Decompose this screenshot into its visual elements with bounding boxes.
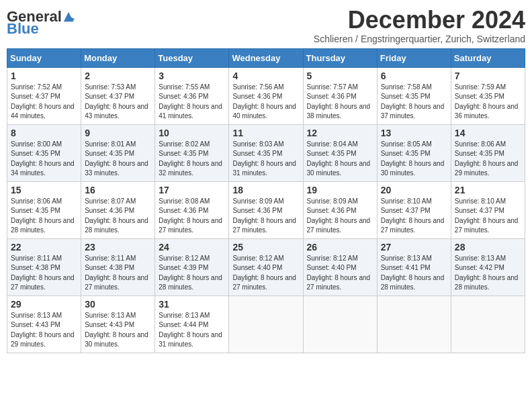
day-cell: 22Sunrise: 8:11 AMSunset: 4:38 PMDayligh… <box>7 238 81 295</box>
day-number: 5 <box>307 71 373 81</box>
day-info: Sunrise: 8:06 AMSunset: 4:35 PMDaylight:… <box>11 197 77 236</box>
day-number: 3 <box>159 71 225 81</box>
day-info: Sunrise: 8:13 AMSunset: 4:44 PMDaylight:… <box>159 311 225 350</box>
day-cell: 2Sunrise: 7:53 AMSunset: 4:37 PMDaylight… <box>81 67 155 124</box>
day-info: Sunrise: 8:04 AMSunset: 4:35 PMDaylight:… <box>307 140 373 179</box>
day-number: 27 <box>381 242 447 253</box>
day-info: Sunrise: 7:52 AMSunset: 4:37 PMDaylight:… <box>11 83 77 122</box>
day-cell: 16Sunrise: 8:07 AMSunset: 4:36 PMDayligh… <box>81 181 155 238</box>
day-number: 12 <box>307 128 373 138</box>
subtitle: Schlieren / Engstringerquartier, Zurich,… <box>314 34 525 44</box>
day-cell: 29Sunrise: 8:13 AMSunset: 4:43 PMDayligh… <box>7 295 81 353</box>
day-info: Sunrise: 8:09 AMSunset: 4:36 PMDaylight:… <box>307 197 373 236</box>
day-info: Sunrise: 8:06 AMSunset: 4:35 PMDaylight:… <box>455 140 521 179</box>
week-row-3: 15Sunrise: 8:06 AMSunset: 4:35 PMDayligh… <box>7 181 525 238</box>
day-cell: 1Sunrise: 7:52 AMSunset: 4:37 PMDaylight… <box>7 67 81 124</box>
day-cell <box>451 295 525 353</box>
day-number: 22 <box>11 242 77 253</box>
calendar-table: SundayMondayTuesdayWednesdayThursdayFrid… <box>7 48 525 353</box>
day-number: 21 <box>455 185 521 195</box>
day-cell: 19Sunrise: 8:09 AMSunset: 4:36 PMDayligh… <box>303 181 377 238</box>
day-info: Sunrise: 8:00 AMSunset: 4:35 PMDaylight:… <box>11 140 77 179</box>
day-info: Sunrise: 8:13 AMSunset: 4:42 PMDaylight:… <box>455 254 521 293</box>
weekday-header-thursday: Thursday <box>303 48 377 67</box>
day-number: 19 <box>307 185 373 195</box>
day-cell: 10Sunrise: 8:02 AMSunset: 4:35 PMDayligh… <box>155 124 229 181</box>
day-number: 31 <box>159 299 225 310</box>
weekday-header-sunday: Sunday <box>7 48 81 67</box>
day-cell: 9Sunrise: 8:01 AMSunset: 4:35 PMDaylight… <box>81 124 155 181</box>
day-number: 11 <box>232 128 299 138</box>
day-number: 20 <box>381 185 447 195</box>
logo-blue: Blue <box>7 21 39 36</box>
day-info: Sunrise: 8:07 AMSunset: 4:36 PMDaylight:… <box>85 197 151 236</box>
day-cell: 18Sunrise: 8:09 AMSunset: 4:36 PMDayligh… <box>229 181 303 238</box>
day-number: 14 <box>455 128 521 138</box>
week-row-4: 22Sunrise: 8:11 AMSunset: 4:38 PMDayligh… <box>7 238 525 295</box>
day-info: Sunrise: 7:56 AMSunset: 4:36 PMDaylight:… <box>232 83 299 122</box>
weekday-header-monday: Monday <box>81 48 155 67</box>
day-info: Sunrise: 8:10 AMSunset: 4:37 PMDaylight:… <box>381 197 447 236</box>
day-cell: 17Sunrise: 8:08 AMSunset: 4:36 PMDayligh… <box>155 181 229 238</box>
weekday-header-row: SundayMondayTuesdayWednesdayThursdayFrid… <box>7 48 525 67</box>
day-number: 17 <box>159 185 225 195</box>
day-cell: 5Sunrise: 7:57 AMSunset: 4:36 PMDaylight… <box>303 67 377 124</box>
day-cell: 11Sunrise: 8:03 AMSunset: 4:35 PMDayligh… <box>229 124 303 181</box>
day-cell <box>229 295 303 353</box>
day-cell: 14Sunrise: 8:06 AMSunset: 4:35 PMDayligh… <box>451 124 525 181</box>
day-cell: 30Sunrise: 8:13 AMSunset: 4:43 PMDayligh… <box>81 295 155 353</box>
title-block: December 2024 Schlieren / Engstringerqua… <box>314 7 525 44</box>
day-cell: 26Sunrise: 8:12 AMSunset: 4:40 PMDayligh… <box>303 238 377 295</box>
day-cell: 28Sunrise: 8:13 AMSunset: 4:42 PMDayligh… <box>451 238 525 295</box>
weekday-header-tuesday: Tuesday <box>155 48 229 67</box>
day-info: Sunrise: 8:12 AMSunset: 4:40 PMDaylight:… <box>307 254 373 293</box>
day-cell: 23Sunrise: 8:11 AMSunset: 4:38 PMDayligh… <box>81 238 155 295</box>
day-number: 29 <box>11 299 77 310</box>
day-number: 6 <box>381 71 447 81</box>
weekday-header-wednesday: Wednesday <box>229 48 303 67</box>
weekday-header-saturday: Saturday <box>451 48 525 67</box>
day-number: 15 <box>11 185 77 195</box>
day-number: 18 <box>232 185 299 195</box>
day-info: Sunrise: 7:58 AMSunset: 4:35 PMDaylight:… <box>381 83 447 122</box>
day-number: 26 <box>307 242 373 253</box>
day-info: Sunrise: 8:11 AMSunset: 4:38 PMDaylight:… <box>85 254 151 293</box>
day-cell: 31Sunrise: 8:13 AMSunset: 4:44 PMDayligh… <box>155 295 229 353</box>
week-row-5: 29Sunrise: 8:13 AMSunset: 4:43 PMDayligh… <box>7 295 525 353</box>
logo: General Blue <box>7 9 75 36</box>
day-info: Sunrise: 8:05 AMSunset: 4:35 PMDaylight:… <box>381 140 447 179</box>
day-cell: 20Sunrise: 8:10 AMSunset: 4:37 PMDayligh… <box>377 181 451 238</box>
day-info: Sunrise: 8:12 AMSunset: 4:39 PMDaylight:… <box>159 254 225 293</box>
day-number: 25 <box>232 242 299 253</box>
day-cell: 7Sunrise: 7:59 AMSunset: 4:35 PMDaylight… <box>451 67 525 124</box>
day-number: 4 <box>232 71 299 81</box>
day-number: 9 <box>85 128 151 138</box>
day-info: Sunrise: 8:02 AMSunset: 4:35 PMDaylight:… <box>159 140 225 179</box>
day-cell: 12Sunrise: 8:04 AMSunset: 4:35 PMDayligh… <box>303 124 377 181</box>
day-info: Sunrise: 8:13 AMSunset: 4:41 PMDaylight:… <box>381 254 447 293</box>
day-number: 16 <box>85 185 151 195</box>
day-cell: 27Sunrise: 8:13 AMSunset: 4:41 PMDayligh… <box>377 238 451 295</box>
page-header: General Blue December 2024 Schlieren / E… <box>7 7 525 44</box>
day-cell <box>303 295 377 353</box>
day-info: Sunrise: 8:08 AMSunset: 4:36 PMDaylight:… <box>159 197 225 236</box>
day-info: Sunrise: 8:11 AMSunset: 4:38 PMDaylight:… <box>11 254 77 293</box>
day-number: 28 <box>455 242 521 253</box>
day-cell: 3Sunrise: 7:55 AMSunset: 4:36 PMDaylight… <box>155 67 229 124</box>
day-number: 2 <box>85 71 151 81</box>
day-number: 24 <box>159 242 225 253</box>
day-cell: 24Sunrise: 8:12 AMSunset: 4:39 PMDayligh… <box>155 238 229 295</box>
day-cell: 4Sunrise: 7:56 AMSunset: 4:36 PMDaylight… <box>229 67 303 124</box>
day-info: Sunrise: 8:09 AMSunset: 4:36 PMDaylight:… <box>232 197 299 236</box>
day-info: Sunrise: 8:10 AMSunset: 4:37 PMDaylight:… <box>455 197 521 236</box>
week-row-2: 8Sunrise: 8:00 AMSunset: 4:35 PMDaylight… <box>7 124 525 181</box>
day-cell: 15Sunrise: 8:06 AMSunset: 4:35 PMDayligh… <box>7 181 81 238</box>
day-number: 13 <box>381 128 447 138</box>
day-info: Sunrise: 8:12 AMSunset: 4:40 PMDaylight:… <box>232 254 299 293</box>
day-info: Sunrise: 8:03 AMSunset: 4:35 PMDaylight:… <box>232 140 299 179</box>
logo-icon <box>62 11 75 23</box>
day-number: 23 <box>85 242 151 253</box>
month-title: December 2024 <box>314 7 525 34</box>
week-row-1: 1Sunrise: 7:52 AMSunset: 4:37 PMDaylight… <box>7 67 525 124</box>
day-info: Sunrise: 7:57 AMSunset: 4:36 PMDaylight:… <box>307 83 373 122</box>
